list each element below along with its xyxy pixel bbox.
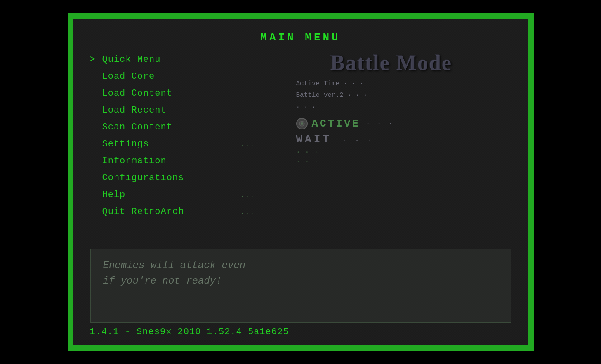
subtitle-line1: Active Time · · · xyxy=(296,78,511,90)
tip-panel: Enemies will attack even if you're not r… xyxy=(90,249,511,323)
preview-column: Battle Mode Active Time · · · Battle ver… xyxy=(263,51,511,244)
status-block: ACTIVE · · · WAIT · · · · · · · · · xyxy=(271,117,511,166)
status-icon xyxy=(296,118,308,129)
subtitle-line2: Battle ver.2 · · · xyxy=(296,89,511,101)
status-active: ACTIVE · · · xyxy=(296,117,511,130)
dots-row2: · · · xyxy=(296,158,511,166)
svg-point-1 xyxy=(301,122,303,125)
game-subtitle: Active Time · · · Battle ver.2 · · · · ·… xyxy=(271,78,511,113)
menu-column: > Quick Menu > Load Core > Load Content … xyxy=(90,51,263,244)
wait-dots: · · · xyxy=(342,137,375,144)
menu-item-quick-menu[interactable]: > Quick Menu xyxy=(90,51,263,68)
settings-dots: ... xyxy=(240,139,263,150)
active-dots: · · · xyxy=(366,120,394,127)
quit-dots: ... xyxy=(240,207,263,218)
game-title: Battle Mode xyxy=(330,51,452,75)
subtitle-line3: · · · xyxy=(296,101,511,113)
version-bar: 1.4.1 - Snes9x 2010 1.52.4 5a1e625 xyxy=(90,323,511,337)
menu-item-settings[interactable]: > Settings ... xyxy=(90,136,263,153)
menu-item-information[interactable]: > Information xyxy=(90,153,263,169)
help-dots: ... xyxy=(240,190,263,201)
main-container: MAIN MENU > Quick Menu > Load Core > Loa… xyxy=(68,13,534,351)
menu-item-configurations[interactable]: > Configurations xyxy=(90,169,263,186)
tip-text: Enemies will attack even if you're not r… xyxy=(103,258,498,289)
menu-item-scan-content[interactable]: > Scan Content xyxy=(90,119,263,136)
dots-row1: · · · xyxy=(296,148,511,156)
menu-item-load-content[interactable]: > Load Content xyxy=(90,85,263,102)
menu-item-load-core[interactable]: > Load Core xyxy=(90,68,263,85)
main-title: MAIN MENU xyxy=(90,31,511,44)
menu-item-quit[interactable]: > Quit RetroArch ... xyxy=(90,203,263,220)
menu-item-load-recent[interactable]: > Load Recent xyxy=(90,102,263,119)
menu-item-help[interactable]: > Help ... xyxy=(90,186,263,203)
menu-arrow: > xyxy=(90,53,98,66)
status-wait: WAIT · · · xyxy=(296,133,511,146)
